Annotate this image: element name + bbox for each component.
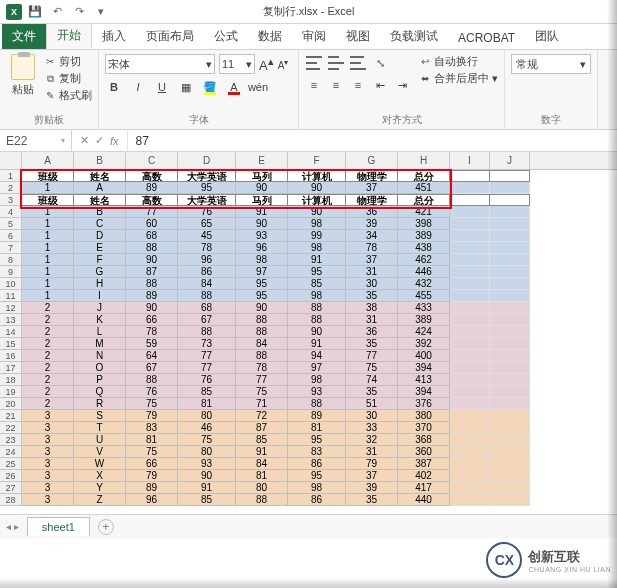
cell[interactable]: 35: [346, 386, 398, 398]
cell[interactable]: 88: [288, 398, 346, 410]
cell[interactable]: [490, 254, 530, 266]
cell[interactable]: 86: [288, 494, 346, 506]
cell[interactable]: [490, 170, 530, 182]
fill-color-button[interactable]: 🪣: [201, 78, 219, 96]
cell[interactable]: [450, 398, 490, 410]
cell[interactable]: [450, 218, 490, 230]
cell[interactable]: [450, 194, 490, 206]
cell[interactable]: 64: [126, 350, 178, 362]
align-bottom-button[interactable]: [349, 54, 367, 72]
cell[interactable]: D: [74, 230, 126, 242]
row-header[interactable]: 6: [0, 230, 22, 242]
cell[interactable]: 1: [22, 290, 74, 302]
cell[interactable]: 马列: [236, 170, 288, 182]
cell[interactable]: 3: [22, 482, 74, 494]
cell[interactable]: L: [74, 326, 126, 338]
cell[interactable]: 78: [346, 242, 398, 254]
cell[interactable]: 95: [288, 434, 346, 446]
cell[interactable]: [490, 266, 530, 278]
cell[interactable]: 77: [178, 350, 236, 362]
cell[interactable]: 95: [288, 470, 346, 482]
align-right-button[interactable]: ≡: [349, 76, 367, 94]
cell[interactable]: [490, 434, 530, 446]
cell[interactable]: 30: [346, 278, 398, 290]
row-header[interactable]: 27: [0, 482, 22, 494]
cell[interactable]: [490, 458, 530, 470]
indent-increase-button[interactable]: ⇥: [393, 76, 411, 94]
cell[interactable]: 77: [126, 206, 178, 218]
cell[interactable]: [450, 470, 490, 482]
cell[interactable]: H: [74, 278, 126, 290]
cell[interactable]: [450, 386, 490, 398]
cell[interactable]: [450, 290, 490, 302]
column-header[interactable]: F: [288, 152, 346, 169]
cell[interactable]: [490, 374, 530, 386]
cell[interactable]: 3: [22, 494, 74, 506]
cell[interactable]: 32: [346, 434, 398, 446]
cell[interactable]: 400: [398, 350, 450, 362]
cell[interactable]: 96: [178, 254, 236, 266]
cell[interactable]: 3: [22, 434, 74, 446]
cell[interactable]: 90: [236, 182, 288, 194]
cell[interactable]: [450, 434, 490, 446]
cell[interactable]: Q: [74, 386, 126, 398]
cell[interactable]: 88: [236, 494, 288, 506]
cell[interactable]: 392: [398, 338, 450, 350]
cell[interactable]: X: [74, 470, 126, 482]
row-header[interactable]: 8: [0, 254, 22, 266]
cell[interactable]: 67: [178, 314, 236, 326]
cell[interactable]: [490, 194, 530, 206]
cell[interactable]: [450, 338, 490, 350]
cell[interactable]: 物理学: [346, 194, 398, 206]
cell[interactable]: 84: [178, 278, 236, 290]
cell[interactable]: [450, 230, 490, 242]
row-header[interactable]: 16: [0, 350, 22, 362]
cell[interactable]: 81: [288, 422, 346, 434]
cell[interactable]: [450, 206, 490, 218]
cell[interactable]: B: [74, 206, 126, 218]
cell[interactable]: 93: [236, 230, 288, 242]
cell[interactable]: 2: [22, 326, 74, 338]
column-header[interactable]: J: [490, 152, 530, 169]
cell[interactable]: 75: [126, 446, 178, 458]
cell[interactable]: 59: [126, 338, 178, 350]
cell[interactable]: 78: [236, 362, 288, 374]
cell[interactable]: 85: [236, 434, 288, 446]
tab-view[interactable]: 视图: [336, 24, 380, 49]
cell[interactable]: 73: [178, 338, 236, 350]
cell[interactable]: [450, 350, 490, 362]
row-header[interactable]: 17: [0, 362, 22, 374]
cell[interactable]: 94: [288, 350, 346, 362]
cell[interactable]: 86: [288, 458, 346, 470]
number-format-combo[interactable]: 常规▾: [511, 54, 591, 74]
column-header[interactable]: I: [450, 152, 490, 169]
cell[interactable]: 77: [236, 374, 288, 386]
column-header[interactable]: B: [74, 152, 126, 169]
cell[interactable]: S: [74, 410, 126, 422]
cell[interactable]: 36: [346, 206, 398, 218]
cell[interactable]: [490, 230, 530, 242]
format-painter-button[interactable]: ✎格式刷: [44, 88, 92, 103]
cell[interactable]: [450, 254, 490, 266]
cell[interactable]: 376: [398, 398, 450, 410]
font-name-combo[interactable]: 宋体▾: [105, 54, 215, 74]
cell[interactable]: 90: [236, 302, 288, 314]
cell[interactable]: 66: [126, 458, 178, 470]
cell[interactable]: R: [74, 398, 126, 410]
underline-button[interactable]: U: [153, 78, 171, 96]
align-top-button[interactable]: [305, 54, 323, 72]
cell[interactable]: 38: [346, 302, 398, 314]
add-sheet-button[interactable]: +: [98, 519, 114, 535]
align-left-button[interactable]: ≡: [305, 76, 323, 94]
cell[interactable]: 31: [346, 266, 398, 278]
cell[interactable]: 96: [126, 494, 178, 506]
name-box[interactable]: E22▾: [0, 130, 72, 151]
cell[interactable]: [490, 242, 530, 254]
cell[interactable]: 95: [178, 182, 236, 194]
cell[interactable]: [450, 482, 490, 494]
cell[interactable]: I: [74, 290, 126, 302]
cell[interactable]: [450, 410, 490, 422]
cell[interactable]: A: [74, 182, 126, 194]
font-color-button[interactable]: A: [225, 78, 243, 96]
cell[interactable]: 90: [288, 326, 346, 338]
